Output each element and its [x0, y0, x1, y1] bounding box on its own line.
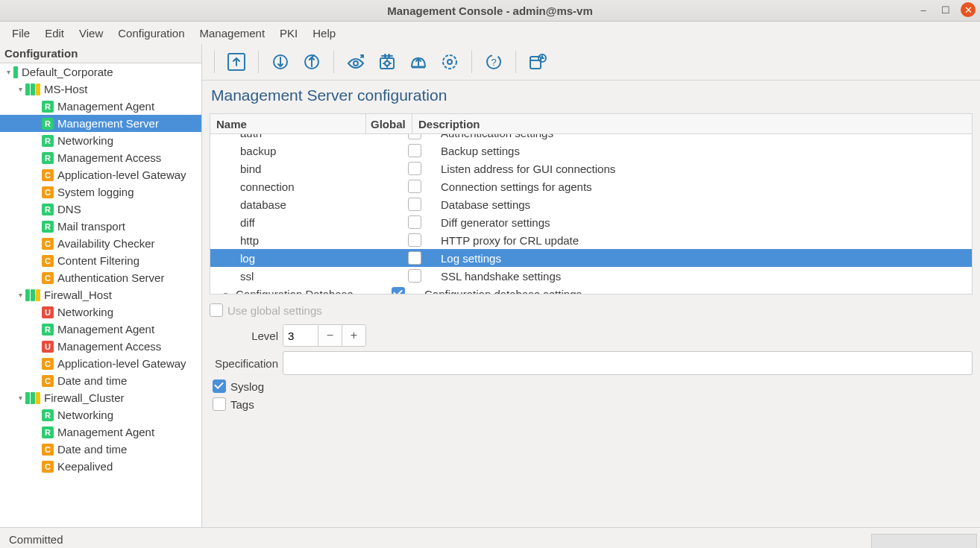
config-row-global[interactable]	[389, 142, 435, 160]
global-checkbox[interactable]	[408, 144, 421, 157]
config-row[interactable]: bindListen address for GUI connections	[210, 160, 972, 177]
tree-item[interactable]: RManagement Agent	[0, 98, 201, 115]
tree-item[interactable]: CApplication-level Gateway	[0, 166, 201, 183]
menu-view[interactable]: View	[72, 24, 110, 42]
global-checkbox[interactable]	[408, 251, 421, 265]
config-row-global[interactable]	[389, 160, 435, 177]
expander-icon[interactable]: ▾	[224, 290, 233, 295]
tree-item[interactable]: RManagement Agent	[0, 321, 201, 338]
upload-icon[interactable]	[406, 49, 431, 75]
view-config-icon[interactable]	[343, 49, 368, 75]
menu-pki[interactable]: PKI	[272, 24, 305, 42]
status-badge: C	[42, 444, 54, 456]
settings-transfer-icon[interactable]	[374, 49, 400, 75]
revert-icon[interactable]	[299, 49, 324, 75]
config-row-global[interactable]	[389, 249, 435, 267]
minimize-button[interactable]: –	[916, 2, 931, 17]
col-header-description[interactable]: Description	[412, 114, 972, 133]
menu-help[interactable]: Help	[305, 24, 343, 42]
config-row-global[interactable]	[389, 195, 435, 213]
tags-checkbox[interactable]	[213, 397, 226, 411]
syslog-checkbox[interactable]	[213, 379, 226, 393]
col-header-global[interactable]: Global	[366, 114, 412, 133]
tree-item[interactable]: UNetworking	[0, 303, 201, 321]
config-row-global[interactable]	[389, 231, 435, 249]
tree-item[interactable]: CKeepalived	[0, 458, 201, 475]
maximize-button[interactable]: ☐	[938, 2, 953, 17]
config-row[interactable]: ▾Configuration DatabaseConfiguration dat…	[210, 285, 972, 294]
close-button[interactable]: ✕	[961, 2, 976, 17]
tree-item[interactable]: CDate and time	[0, 372, 201, 389]
global-checkbox[interactable]	[408, 162, 421, 175]
expander-icon[interactable]: ▾	[3, 68, 13, 76]
level-decrement[interactable]: −	[318, 325, 342, 346]
config-tree[interactable]: ▾Default_Corporate▾MS-HostRManagement Ag…	[0, 63, 201, 527]
specification-input[interactable]	[283, 351, 973, 375]
level-input[interactable]	[283, 325, 318, 346]
toolbar-separator	[258, 51, 259, 73]
config-row-global[interactable]	[389, 134, 435, 142]
level-increment[interactable]: +	[342, 325, 365, 346]
gear-cycle-icon[interactable]	[437, 49, 462, 75]
global-checkbox[interactable]	[408, 198, 421, 211]
tree-item[interactable]: RNetworking	[0, 132, 201, 149]
expander-icon[interactable]: ▾	[15, 85, 25, 93]
expander-icon[interactable]: ▾	[15, 394, 25, 402]
tree-item[interactable]: RDNS	[0, 201, 201, 218]
tree-item[interactable]: CDate and time	[0, 441, 201, 458]
schedule-icon[interactable]	[525, 49, 550, 75]
config-row-global[interactable]	[389, 267, 435, 285]
tree-item[interactable]: ▾Default_Corporate	[0, 63, 201, 81]
menu-edit[interactable]: Edit	[37, 24, 72, 42]
config-row-global[interactable]	[373, 285, 418, 294]
global-checkbox[interactable]	[408, 269, 421, 283]
config-row[interactable]: logLog settings	[210, 249, 972, 267]
global-checkbox[interactable]	[408, 215, 421, 229]
config-row[interactable]: diffDiff generator settings	[210, 213, 972, 231]
config-row[interactable]: databaseDatabase settings	[210, 195, 972, 213]
tree-item[interactable]: RManagement Agent	[0, 423, 201, 441]
tree-item[interactable]: ▾Firewall_Cluster	[0, 389, 201, 406]
tags-row[interactable]: Tags	[213, 397, 254, 411]
tree-item[interactable]: CSystem logging	[0, 183, 201, 201]
status-badge: R	[42, 118, 54, 130]
global-checkbox[interactable]	[408, 233, 421, 247]
config-row[interactable]: authAuthentication settings	[210, 134, 972, 142]
commit-icon[interactable]	[268, 49, 293, 75]
tree-item[interactable]: CAvailability Checker	[0, 235, 201, 252]
tree-item[interactable]: RManagement Access	[0, 149, 201, 166]
tree-item[interactable]: ▾MS-Host	[0, 81, 201, 98]
level-spinner[interactable]: − +	[283, 324, 366, 347]
tree-label: Application-level Gateway	[57, 357, 186, 370]
tree-item[interactable]: UManagement Access	[0, 338, 201, 355]
config-row[interactable]: httpHTTP proxy for CRL update	[210, 231, 972, 249]
expander-icon[interactable]: ▾	[15, 291, 25, 299]
menu-configuration[interactable]: Configuration	[110, 24, 192, 42]
config-row[interactable]: sslSSL handshake settings	[210, 267, 972, 285]
menu-file[interactable]: File	[4, 24, 37, 42]
host-icon	[25, 289, 41, 301]
help-cycle-icon[interactable]: ?	[481, 49, 506, 75]
config-row-global[interactable]	[389, 213, 435, 231]
global-checkbox[interactable]	[392, 287, 405, 294]
config-row-desc: Backup settings	[435, 142, 972, 160]
tree-item[interactable]: CApplication-level Gateway	[0, 355, 201, 372]
config-row[interactable]: backupBackup settings	[210, 142, 972, 160]
global-checkbox[interactable]	[408, 180, 421, 193]
config-rows[interactable]: authAuthentication settingsbackupBackup …	[210, 134, 972, 294]
tree-label: Management Server	[57, 117, 159, 130]
tree-item[interactable]: CAuthentication Server	[0, 269, 201, 286]
col-header-name[interactable]: Name	[210, 114, 366, 133]
menu-management[interactable]: Management	[192, 24, 273, 42]
tree-item[interactable]: RMail transport	[0, 218, 201, 235]
global-checkbox[interactable]	[408, 134, 421, 139]
up-level-icon[interactable]	[224, 49, 249, 75]
tree-item[interactable]: RManagement Server	[0, 115, 201, 132]
tree-label: System logging	[57, 186, 134, 198]
config-row[interactable]: connectionConnection settings for agents	[210, 177, 972, 195]
syslog-row[interactable]: Syslog	[213, 379, 264, 393]
tree-item[interactable]: CContent Filtering	[0, 252, 201, 269]
tree-item[interactable]: ▾Firewall_Host	[0, 286, 201, 303]
tree-item[interactable]: RNetworking	[0, 406, 201, 423]
config-row-global[interactable]	[389, 177, 435, 195]
